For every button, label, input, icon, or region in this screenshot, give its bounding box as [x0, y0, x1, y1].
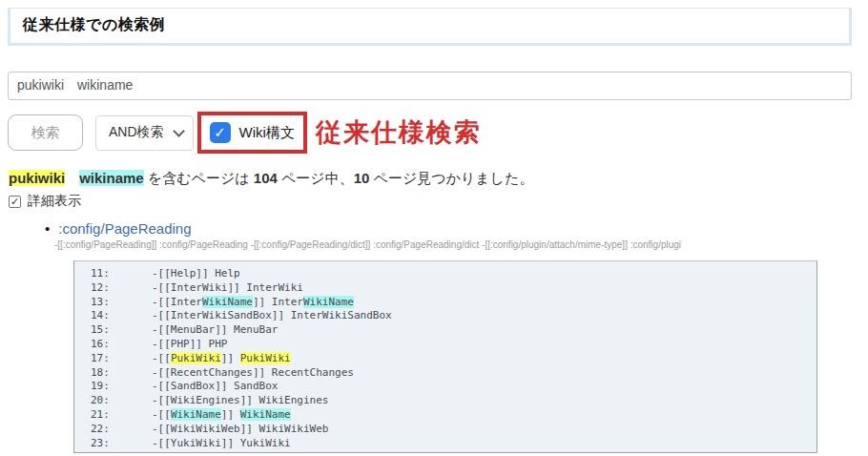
line-number: 23:	[74, 437, 152, 451]
result-item-head: • :config/PageReading	[45, 220, 868, 237]
text-segment: ]]	[221, 352, 240, 364]
text-segment: -[[SandBox]] SandBox	[152, 380, 278, 392]
code-line: 20:-[[WikiEngines]] WikiEngines	[74, 394, 816, 408]
code-line: 18:-[[RecentChanges]] RecentChanges	[74, 366, 816, 381]
line-number: 22:	[74, 423, 152, 437]
search-mode-select[interactable]: AND検索	[95, 115, 194, 151]
text-segment: -[[	[152, 352, 171, 364]
search-input[interactable]	[8, 72, 852, 100]
result-page-link[interactable]: :config/PageReading	[58, 220, 191, 237]
code-line: 11:-[[Help]] Help	[74, 267, 816, 281]
source-preview: 11:-[[Help]] Help12:-[[InterWiki]] Inter…	[73, 260, 817, 453]
line-number: 18:	[74, 366, 152, 381]
code-line: 15:-[[MenuBar]] MenuBar	[74, 323, 816, 338]
text-segment: -[[InterWikiSandBox]] InterWikiSandBox	[152, 309, 392, 321]
text-segment: WikiName	[171, 408, 221, 421]
text-segment: wikiname	[79, 170, 144, 186]
line-number: 21:	[74, 408, 152, 423]
line-number: 13:	[74, 296, 152, 310]
text-segment: 10	[354, 170, 370, 186]
line-number: 12:	[74, 281, 152, 296]
code-line: 13:-[[InterWikiName]] InterWikiName	[74, 296, 816, 310]
chevron-down-icon	[173, 125, 185, 137]
search-mode-value: AND検索	[109, 124, 164, 141]
text-segment: WikiName	[303, 296, 354, 308]
text-segment: ]] Inter	[253, 296, 303, 308]
line-number: 15:	[74, 323, 152, 338]
text-segment: WikiName	[240, 408, 291, 421]
text-segment: -[[RecentChanges]] RecentChanges	[152, 366, 354, 379]
text-segment: -[[	[152, 408, 171, 421]
line-number: 16:	[74, 338, 152, 352]
wiki-syntax-label: Wiki構文	[239, 124, 295, 142]
text-segment: ページ見つかりました。	[369, 170, 533, 186]
text-segment: -[[MenuBar]] MenuBar	[152, 323, 278, 336]
code-line: 12:-[[InterWiki]] InterWiki	[74, 281, 816, 296]
bullet-icon: •	[45, 220, 50, 237]
text-segment: ページ中、	[278, 170, 354, 186]
code-line: 14:-[[InterWikiSandBox]] InterWikiSandBo…	[74, 309, 816, 323]
result-excerpt: -[[:config/PageReading]] :config/PageRea…	[54, 239, 854, 250]
detail-view-label: 詳細表示	[28, 193, 81, 210]
code-line: 19:-[[SandBox]] SandBox	[74, 380, 816, 394]
text-segment: -[[Help]] Help	[152, 267, 240, 280]
page: 従来仕様での検索例 検索 AND検索 ✓ Wiki構文 従来仕様検索 pukiw…	[0, 0, 868, 453]
text-segment: ]]	[221, 408, 240, 421]
search-result-summary: pukiwiki wikiname を含むページは 104 ページ中、10 ペー…	[9, 169, 868, 187]
text-segment: -[[WikiWikiWeb]] WikiWikiWeb	[152, 423, 328, 435]
annotation-highlight-box: ✓ Wiki構文	[197, 112, 307, 154]
line-number: 11:	[74, 267, 152, 281]
wiki-syntax-checkbox[interactable]: ✓	[210, 122, 231, 143]
text-segment: を含むページは	[144, 170, 254, 186]
text-segment	[65, 170, 79, 186]
line-number: 20:	[74, 394, 152, 408]
text-segment: -[[PHP]] PHP	[152, 338, 227, 350]
text-segment: PukiWiki	[171, 352, 221, 364]
text-segment: -[[Inter	[152, 296, 202, 308]
page-title: 従来仕様での検索例	[8, 8, 852, 46]
text-segment: -[[InterWiki]] InterWiki	[152, 281, 303, 294]
line-number: 17:	[74, 352, 152, 366]
detail-view-row: ✓ 詳細表示	[9, 193, 868, 210]
text-segment: WikiName	[202, 296, 253, 308]
annotation-label: 従来仕様検索	[316, 115, 482, 150]
search-button[interactable]: 検索	[8, 114, 83, 151]
code-line: 23:-[[YukiWiki]] YukiWiki	[74, 437, 816, 451]
code-line: 22:-[[WikiWikiWeb]] WikiWikiWeb	[74, 423, 816, 437]
text-segment: -[[WikiEngines]] WikiEngines	[152, 394, 328, 406]
code-line: 21:-[[WikiName]] WikiName	[74, 408, 816, 423]
text-segment: -[[YukiWiki]] YukiWiki	[152, 437, 291, 449]
text-segment: pukiwiki	[9, 170, 65, 186]
result-list-item: • :config/PageReading -[[:config/PageRea…	[45, 220, 868, 250]
line-number: 19:	[74, 380, 152, 394]
code-line: 16:-[[PHP]] PHP	[74, 338, 816, 352]
code-line: 17:-[[PukiWiki]] PukiWiki	[74, 352, 816, 366]
line-number: 14:	[74, 309, 152, 323]
text-segment: PukiWiki	[240, 352, 291, 364]
text-segment: 104	[254, 170, 278, 186]
detail-view-checkbox[interactable]: ✓	[9, 196, 21, 208]
search-controls: 検索 AND検索 ✓ Wiki構文 従来仕様検索	[8, 111, 868, 155]
